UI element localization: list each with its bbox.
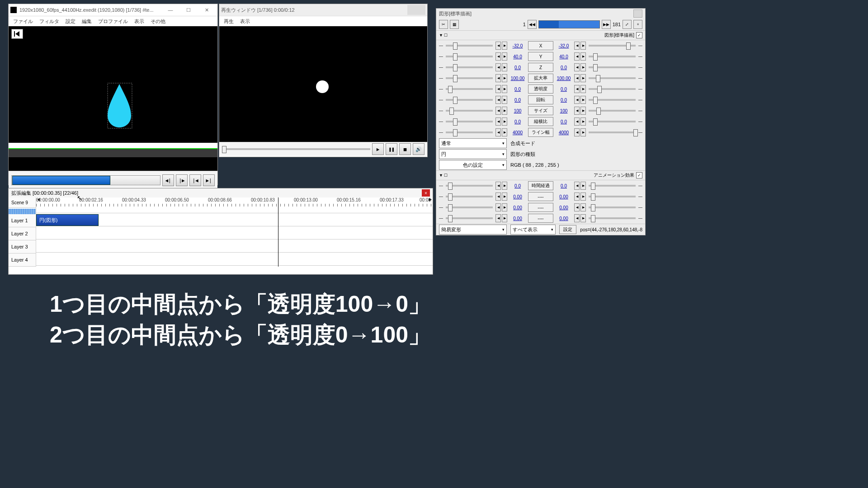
section-anim-check[interactable]: ✓	[636, 172, 642, 178]
grid-icon[interactable]: ▦	[450, 20, 459, 29]
param-inc-r-8[interactable]: ▶	[580, 128, 586, 136]
param-slider-l-8[interactable]	[446, 131, 493, 133]
layer-4-track[interactable]	[36, 253, 433, 266]
param-slider-l-4[interactable]	[446, 88, 493, 90]
goto-start-button[interactable]: |◀	[189, 174, 201, 186]
param-slider-r-0[interactable]	[589, 45, 636, 47]
param-inc-r-0[interactable]: ▶	[580, 42, 586, 50]
param-slider-r-4[interactable]	[589, 88, 636, 90]
param-slider-l-6[interactable]	[446, 110, 493, 112]
param-dec-l-3[interactable]: ◀	[495, 74, 501, 82]
play-close-button[interactable]	[407, 5, 425, 15]
anim-val-r-1[interactable]: 0.00	[554, 194, 573, 199]
anim-dec-r-3[interactable]: ◀	[574, 214, 580, 222]
keyframe-icon[interactable]: ⤢	[623, 20, 632, 29]
anim-val-l-0[interactable]: 0.0	[508, 183, 527, 188]
anim-slider-l-2[interactable]	[446, 206, 493, 208]
anim-dec-r-1[interactable]: ◀	[574, 192, 580, 201]
anim-dec-l-1[interactable]: ◀	[495, 192, 501, 201]
param-label-7[interactable]: 縦横比	[528, 117, 553, 126]
anim-inc-r-2[interactable]: ▶	[580, 203, 586, 211]
param-slider-r-8[interactable]	[589, 131, 636, 133]
param-dec-l-5[interactable]: ◀	[495, 96, 501, 104]
param-val-r-3[interactable]: 100.00	[554, 76, 573, 81]
param-val-l-8[interactable]: 4000	[508, 130, 527, 135]
step-back-button[interactable]: ◀|	[162, 174, 174, 186]
menu-file[interactable]: ファイル	[13, 18, 33, 25]
param-dec-r-5[interactable]: ◀	[574, 96, 580, 104]
param-val-r-0[interactable]: -32.0	[554, 43, 573, 48]
param-label-4[interactable]: 透明度	[528, 84, 553, 94]
param-slider-l-0[interactable]	[446, 45, 493, 47]
param-val-l-1[interactable]: 40.0	[508, 54, 527, 59]
add-icon[interactable]: +	[633, 20, 642, 29]
param-slider-l-7[interactable]	[446, 121, 493, 122]
param-val-l-7[interactable]: 0.0	[508, 119, 527, 124]
param-label-6[interactable]: サイズ	[528, 106, 553, 115]
param-label-8[interactable]: ライン幅	[528, 128, 553, 137]
param-dec-r-3[interactable]: ◀	[574, 74, 580, 82]
close-button[interactable]: ✕	[198, 5, 216, 15]
param-inc-r-4[interactable]: ▶	[580, 85, 586, 93]
pause-button[interactable]: ❚❚	[386, 143, 397, 155]
timeline-playhead[interactable]	[278, 197, 278, 267]
section-anim[interactable]: ▼ ☐ アニメーション効果 ✓	[436, 170, 645, 180]
stop-button[interactable]: ■	[399, 143, 411, 155]
param-dec-r-1[interactable]: ◀	[574, 52, 580, 61]
anim-slider-l-1[interactable]	[446, 196, 493, 197]
anim-inc-l-1[interactable]: ▶	[502, 192, 507, 201]
menu-profile[interactable]: プロファイル	[98, 18, 128, 25]
param-dec-r-8[interactable]: ◀	[574, 128, 580, 136]
param-dec-r-7[interactable]: ◀	[574, 117, 580, 126]
menu-play-view[interactable]: 表示	[240, 18, 250, 25]
param-inc-l-7[interactable]: ▶	[502, 117, 507, 126]
param-inc-l-2[interactable]: ▶	[502, 63, 507, 71]
param-dec-l-8[interactable]: ◀	[495, 128, 501, 136]
param-val-r-8[interactable]: 4000	[554, 130, 573, 135]
param-dec-r-4[interactable]: ◀	[574, 85, 580, 93]
anim-dec-r-0[interactable]: ◀	[574, 182, 580, 190]
param-val-l-0[interactable]: -32.0	[508, 43, 527, 48]
anim-dec-l-3[interactable]: ◀	[495, 214, 501, 222]
anim-label-2[interactable]: ----	[528, 203, 553, 212]
settings-button[interactable]: 設定	[559, 225, 576, 234]
layer-2-label[interactable]: Layer 2	[9, 227, 36, 240]
param-slider-r-3[interactable]	[589, 77, 636, 79]
anim-slider-r-2[interactable]	[589, 206, 636, 208]
color-button[interactable]: 色の設定	[439, 160, 507, 170]
anim-val-l-1[interactable]: 0.00	[508, 194, 527, 199]
scene-cell[interactable]: Scene 9	[9, 197, 36, 208]
anim-dec-l-2[interactable]: ◀	[495, 203, 501, 211]
param-dec-l-0[interactable]: ◀	[495, 42, 501, 50]
param-val-l-5[interactable]: 0.0	[508, 98, 527, 103]
anim-inc-l-0[interactable]: ▶	[502, 182, 507, 190]
param-val-r-5[interactable]: 0.0	[554, 98, 573, 103]
split-icon[interactable]: ✂	[439, 20, 448, 29]
anim-inc-l-3[interactable]: ▶	[502, 214, 507, 222]
anim-slider-l-0[interactable]	[446, 185, 493, 187]
param-inc-l-3[interactable]: ▶	[502, 74, 507, 82]
param-val-r-6[interactable]: 100	[554, 108, 573, 113]
param-inc-r-7[interactable]: ▶	[580, 117, 586, 126]
anim-slider-r-0[interactable]	[589, 185, 636, 187]
anim-slider-r-3[interactable]	[589, 217, 636, 219]
anim-slider-r-1[interactable]	[589, 196, 636, 197]
anim-inc-r-0[interactable]: ▶	[580, 182, 586, 190]
section-shape-check[interactable]: ✓	[636, 32, 642, 38]
anim-val-l-3[interactable]: 0.00	[508, 216, 527, 221]
param-dec-l-2[interactable]: ◀	[495, 63, 501, 71]
param-slider-r-5[interactable]	[589, 99, 636, 101]
anim-label-0[interactable]: 時間経過	[528, 181, 553, 190]
play-button[interactable]: ▶	[372, 143, 384, 155]
anim-label-1[interactable]: ----	[528, 192, 553, 201]
timeline-zoom[interactable]	[9, 209, 36, 214]
layer-1-label[interactable]: Layer 1	[9, 214, 36, 227]
filter-select[interactable]: すべて表示	[510, 225, 556, 235]
rewind-button[interactable]	[11, 29, 23, 39]
param-slider-l-5[interactable]	[446, 99, 493, 101]
param-dec-l-6[interactable]: ◀	[495, 107, 501, 115]
menu-settings[interactable]: 設定	[66, 18, 75, 25]
menu-other[interactable]: その他	[151, 18, 165, 25]
section-shape[interactable]: ▼ ☐ 図形[標準描画] ✓	[436, 30, 645, 40]
param-slider-r-7[interactable]	[589, 121, 636, 122]
